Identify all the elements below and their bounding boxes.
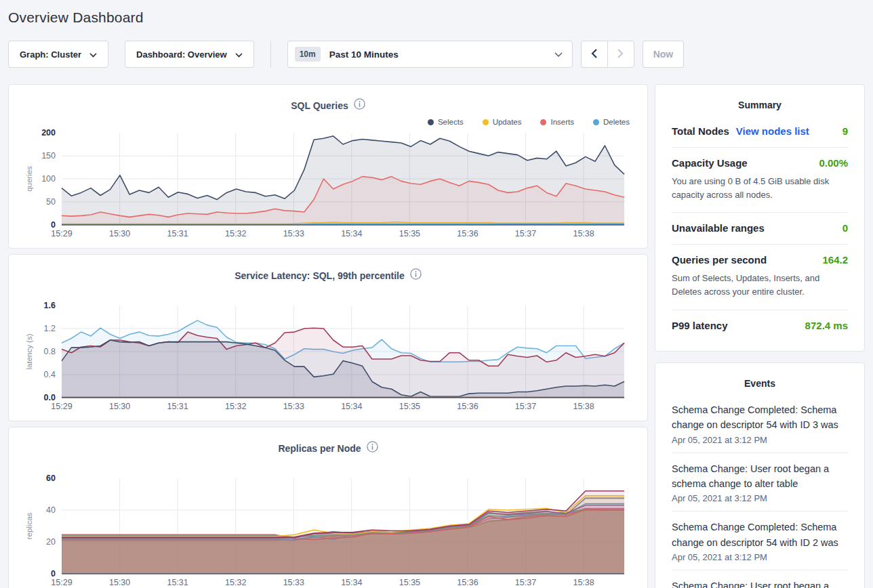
svg-text:15:32: 15:32 [225,402,246,411]
chevron-down-icon [235,49,243,60]
event-message: Schema Change Completed: Schema change o… [672,520,848,550]
view-nodes-list-link[interactable]: View nodes list [736,125,809,137]
svg-text:15:30: 15:30 [109,229,130,238]
summary-description: You are using 0 B of 4.5 GiB usable disk… [672,175,848,202]
chart-title: Service Latency: SQL, 99th percentile [235,270,405,281]
svg-text:0.8: 0.8 [44,347,56,356]
svg-text:200: 200 [41,128,56,138]
page-title: Overview Dashboard [8,9,865,26]
event-timestamp: Apr 05, 2021 at 3:12 PM [672,435,848,445]
svg-text:15:35: 15:35 [399,402,420,411]
dashboard-dropdown-label: Dashboard: Overview [136,49,227,60]
chart-legend: SelectsUpdatesInsertsDeletes [22,112,634,127]
svg-text:15:32: 15:32 [225,229,246,238]
legend-dot [483,119,489,125]
event-message: Schema Change Completed: Schema change o… [672,402,848,433]
svg-text:0.4: 0.4 [44,370,56,379]
event-message: Schema Change: User root began a schema … [672,461,848,492]
svg-text:0: 0 [51,220,56,230]
svg-text:15:35: 15:35 [399,229,420,238]
event-timestamp: Apr 05, 2021 at 3:12 PM [672,552,848,562]
time-next-button[interactable] [607,41,634,68]
legend-item-inserts[interactable]: Inserts [540,118,574,126]
time-nav-buttons [581,41,634,68]
svg-text:1.6: 1.6 [44,301,56,310]
time-range-label: Past 10 Minutes [329,49,546,60]
legend-dot [593,119,599,125]
chart-title: SQL Queries [291,100,348,111]
events-panel: Events Schema Change Completed: Schema c… [655,362,865,588]
legend-item-deletes[interactable]: Deletes [593,118,630,126]
summary-row-capacity-usage: Capacity Usage0.00%You are using 0 B of … [672,148,848,213]
info-icon[interactable] [367,441,378,455]
service-latency-chart-card: Service Latency: SQL, 99th percentile 0.… [8,254,648,421]
svg-text:15:38: 15:38 [573,229,594,238]
svg-text:15:30: 15:30 [109,402,130,411]
overview-dashboard-page: Overview Dashboard Graph: Cluster Dashbo… [0,0,873,588]
time-now-button[interactable]: Now [643,41,685,68]
events-list: Schema Change Completed: Schema change o… [672,394,848,588]
time-range-badge: 10m [295,47,321,62]
summary-label: Total Nodes [672,125,729,137]
summary-row-total-nodes: Total NodesView nodes list9 [672,116,848,148]
svg-text:15:33: 15:33 [283,402,304,411]
legend-dot [540,119,546,125]
graph-dropdown[interactable]: Graph: Cluster [8,41,108,68]
summary-row-p99-latency: P99 latency872.4 ms [672,310,848,341]
svg-text:15:34: 15:34 [341,229,362,238]
svg-text:15:33: 15:33 [283,578,304,587]
svg-text:queries: queries [25,166,33,192]
sql-queries-chart-card: SQL Queries SelectsUpdatesInsertsDeletes… [8,84,648,249]
summary-value: 872.4 ms [805,320,848,331]
svg-text:15:36: 15:36 [457,402,478,411]
info-icon[interactable] [410,268,422,282]
svg-text:15:37: 15:37 [515,578,536,587]
svg-text:replicas: replicas [25,512,33,539]
event-item: Schema Change Completed: Schema change o… [672,511,848,570]
chevron-down-icon [554,49,563,60]
legend-label: Inserts [550,118,574,126]
service-latency-chart[interactable]: 0.00.40.81.21.615:2915:3015:3115:3215:33… [22,300,634,415]
svg-text:40: 40 [46,505,56,515]
controls-row: Graph: Cluster Dashboard: Overview 10m P… [8,41,865,68]
summary-value: 0 [842,222,848,234]
summary-rows: Total NodesView nodes list9Capacity Usag… [672,116,848,341]
legend-item-updates[interactable]: Updates [483,118,522,126]
side-column: Summary Total NodesView nodes list9Capac… [655,84,865,588]
dashboard-dropdown[interactable]: Dashboard: Overview [125,41,254,68]
summary-label: Queries per second [672,254,767,266]
svg-text:100: 100 [41,174,56,184]
svg-text:1.2: 1.2 [44,324,56,333]
charts-column: SQL Queries SelectsUpdatesInsertsDeletes… [8,84,648,588]
sql-queries-chart[interactable]: 05010015020015:2915:3015:3115:3215:3315:… [22,127,634,243]
svg-text:15:34: 15:34 [341,402,362,411]
summary-panel-title: Summary [672,91,848,116]
svg-text:15:31: 15:31 [167,578,188,587]
svg-text:20: 20 [46,537,56,547]
chevron-down-icon [89,49,97,60]
summary-label: Capacity Usage [672,157,748,169]
replicas-per-node-chart[interactable]: 020406015:2915:3015:3115:3215:3315:3415:… [22,473,634,588]
info-icon[interactable] [354,98,365,112]
replicas-per-node-chart-card: Replicas per Node 020406015:2915:3015:31… [8,427,648,588]
svg-text:15:29: 15:29 [51,578,72,587]
svg-text:50: 50 [46,197,56,207]
legend-label: Updates [493,118,522,126]
time-prev-button[interactable] [581,41,608,68]
svg-text:15:31: 15:31 [167,402,188,411]
svg-text:150: 150 [41,151,56,161]
svg-text:60: 60 [46,474,56,483]
divider [270,41,271,68]
svg-text:15:31: 15:31 [167,229,188,238]
summary-label: Unavailable ranges [672,222,765,234]
graph-dropdown-label: Graph: Cluster [20,49,81,60]
summary-value: 0.00% [819,157,848,169]
event-item: Schema Change: User root began a schema … [672,453,848,512]
legend-item-selects[interactable]: Selects [428,118,464,126]
svg-text:latency (s): latency (s) [25,333,33,369]
svg-text:15:38: 15:38 [573,578,594,587]
time-range-dropdown[interactable]: 10m Past 10 Minutes [287,41,573,68]
event-item: Schema Change Completed: Schema change o… [672,394,848,453]
summary-panel: Summary Total NodesView nodes list9Capac… [655,84,865,352]
summary-label: P99 latency [672,320,728,331]
